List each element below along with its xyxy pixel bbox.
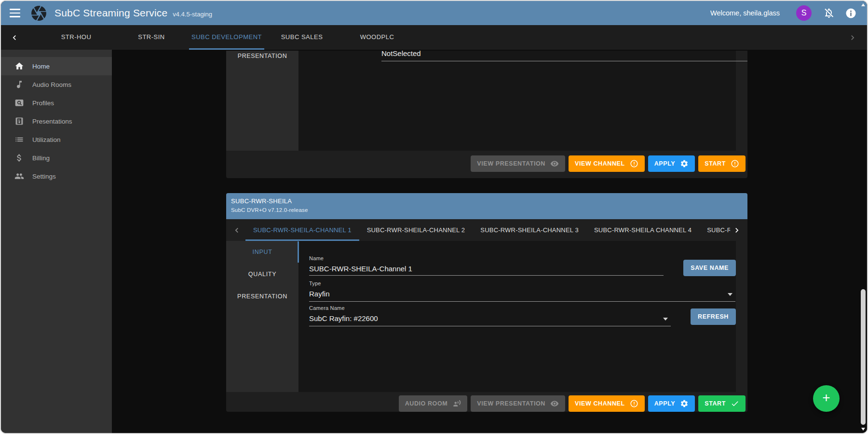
- app-version: v4.4.5-staging: [173, 11, 212, 18]
- scrollbar: [860, 1, 867, 433]
- camera-name-select[interactable]: SubC Rayfin: #22600: [309, 311, 671, 326]
- side-tab-quality[interactable]: QUALITY: [226, 263, 298, 285]
- org-tab-str-sin[interactable]: STR-SIN: [114, 25, 189, 50]
- save-name-button[interactable]: SAVE NAME: [683, 260, 736, 276]
- welcome-text: Welcome, sheila.glass: [710, 9, 780, 17]
- type-select-value: Rayfin: [309, 287, 735, 301]
- scrollbar-down-arrow-icon[interactable]: [861, 428, 865, 431]
- type-label: Type: [309, 280, 735, 286]
- view-presentation-button[interactable]: VIEW PRESENTATION: [471, 395, 565, 412]
- channel-tab-5-truncated[interactable]: SUBC-RWR-S: [699, 219, 730, 241]
- org-tab-str-hou[interactable]: STR-HOU: [39, 25, 114, 50]
- side-tab-input[interactable]: INPUT: [226, 241, 298, 263]
- sidebar-item-settings[interactable]: Settings: [1, 167, 112, 185]
- presentation-select[interactable]: NotSelected: [381, 51, 747, 61]
- button-label: START: [705, 400, 726, 407]
- button-label: START: [705, 160, 726, 167]
- type-select[interactable]: Rayfin: [309, 287, 735, 302]
- org-tab-bar: STR-HOU STR-SIN SUBC DEVELOPMENT SUBC SA…: [1, 25, 867, 50]
- org-back-chevron-icon[interactable]: [1, 25, 19, 50]
- button-label: APPLY: [654, 400, 676, 407]
- channel-tabs-back-chevron-icon[interactable]: [226, 219, 244, 241]
- sidebar-item-presentations[interactable]: Presentations: [1, 112, 112, 130]
- notifications-off-icon[interactable]: [823, 7, 835, 19]
- view-channel-button[interactable]: VIEW CHANNEL: [569, 155, 645, 172]
- audio-room-button[interactable]: AUDIO ROOM: [399, 395, 468, 412]
- presentation-form-panel: NotSelected: [298, 51, 736, 151]
- device-card-body: INPUT QUALITY PRESENTATION Name SAVE NAM…: [226, 241, 747, 392]
- voice-person-icon: [452, 399, 461, 408]
- start-button[interactable]: START: [698, 155, 746, 172]
- name-field-group: Name: [309, 255, 664, 276]
- page-search-icon: [14, 98, 24, 108]
- scrollbar-up-arrow-icon[interactable]: [861, 3, 865, 6]
- name-label: Name: [309, 255, 664, 261]
- channel-tab-3[interactable]: SUBC-RWR-SHEILA-CHANNEL 3: [473, 219, 586, 241]
- input-form-panel: Name SAVE NAME Type Rayfin Camera Name: [298, 241, 736, 392]
- channel-tab-2[interactable]: SUBC-RWR-SHEILA-CHANNEL 2: [359, 219, 473, 241]
- sidebar-item-label: Settings: [32, 173, 56, 180]
- channel-tabs-forward-chevron-icon[interactable]: [732, 219, 742, 241]
- alert-icon: [630, 399, 638, 408]
- app-title-group: SubC Streaming Service v4.4.5-staging: [54, 7, 212, 19]
- aperture-logo-icon: [30, 4, 48, 22]
- sidebar-item-label: Utilization: [32, 136, 61, 143]
- check-icon: [731, 399, 739, 408]
- channel-tabs: SUBC-RWR-SHEILA-CHANNEL 1 SUBC-RWR-SHEIL…: [245, 219, 730, 241]
- sidebar-item-billing[interactable]: Billing: [1, 149, 112, 167]
- device-subtitle: SubC DVR+O v7.12.0-release: [231, 207, 747, 213]
- view-presentation-button[interactable]: VIEW PRESENTATION: [471, 155, 565, 172]
- type-field-group: Type Rayfin: [309, 280, 735, 302]
- app-title: SubC Streaming Service: [54, 7, 167, 19]
- view-channel-button[interactable]: VIEW CHANNEL: [569, 395, 645, 412]
- org-tab-woodplc[interactable]: WOODPLC: [339, 25, 415, 50]
- side-tab-presentation[interactable]: PRESENTATION: [226, 285, 298, 308]
- refresh-button[interactable]: REFRESH: [691, 308, 736, 325]
- scrollbar-thumb[interactable]: [861, 289, 866, 425]
- gear-icon: [680, 399, 689, 408]
- sidebar-item-utilization[interactable]: Utilization: [1, 130, 112, 149]
- org-tab-subc-development[interactable]: SUBC DEVELOPMENT: [189, 25, 264, 50]
- camera-name-label: Camera Name: [309, 305, 671, 311]
- app-bar: SubC Streaming Service v4.4.5-staging We…: [1, 1, 867, 25]
- sidebar-item-label: Home: [32, 63, 50, 70]
- org-forward-chevron-icon[interactable]: [848, 25, 857, 50]
- apply-button[interactable]: APPLY: [648, 395, 695, 412]
- sidebar-item-label: Profiles: [32, 99, 54, 107]
- camera-field-group: Camera Name SubC Rayfin: #22600: [309, 305, 671, 326]
- camera-select-value: SubC Rayfin: #22600: [309, 311, 671, 326]
- org-tabs: STR-HOU STR-SIN SUBC DEVELOPMENT SUBC SA…: [39, 25, 415, 50]
- channel-actions: VIEW PRESENTATION VIEW CHANNEL APPLY STA…: [471, 155, 746, 172]
- apply-button[interactable]: APPLY: [648, 155, 695, 172]
- name-input[interactable]: [309, 262, 664, 276]
- org-tab-subc-sales[interactable]: SUBC SALES: [264, 25, 339, 50]
- list-icon: [14, 135, 24, 144]
- sidebar-item-audio-rooms[interactable]: Audio Rooms: [1, 75, 112, 94]
- button-label: VIEW PRESENTATION: [477, 400, 545, 407]
- gear-icon: [680, 159, 689, 168]
- device-side-tabs: INPUT QUALITY PRESENTATION: [226, 241, 298, 308]
- main-content: NotSelected PRESENTATION VIEW PRESENTATI…: [112, 50, 867, 433]
- active-side-tab-indicator: [298, 241, 299, 263]
- button-label: APPLY: [654, 160, 676, 167]
- sidebar-item-home[interactable]: Home: [1, 57, 112, 75]
- sidebar-item-label: Billing: [32, 154, 50, 162]
- channel-card-clipped: NotSelected PRESENTATION VIEW PRESENTATI…: [226, 51, 747, 178]
- sidebar-item-label: Presentations: [32, 118, 72, 125]
- eye-icon: [550, 159, 559, 168]
- info-icon[interactable]: [845, 8, 856, 19]
- channel-tab-4[interactable]: SUBC-RWR-SHEILA CHANNEL 4: [586, 219, 699, 241]
- start-button[interactable]: START: [698, 395, 746, 412]
- alert-icon: [731, 159, 739, 168]
- channel-tab-1[interactable]: SUBC-RWR-SHEILA-CHANNEL 1: [245, 219, 359, 241]
- presentation-select-value: NotSelected: [381, 51, 747, 61]
- device-actions: AUDIO ROOM VIEW PRESENTATION VIEW CHANNE…: [399, 395, 746, 412]
- home-icon: [14, 61, 24, 71]
- menu-icon[interactable]: [10, 7, 22, 19]
- avatar[interactable]: S: [796, 5, 812, 21]
- eye-icon: [550, 399, 559, 408]
- side-tab-presentation[interactable]: PRESENTATION: [226, 53, 298, 59]
- sidebar-item-profiles[interactable]: Profiles: [1, 94, 112, 112]
- add-button[interactable]: +: [813, 385, 840, 412]
- button-label: VIEW CHANNEL: [575, 160, 625, 167]
